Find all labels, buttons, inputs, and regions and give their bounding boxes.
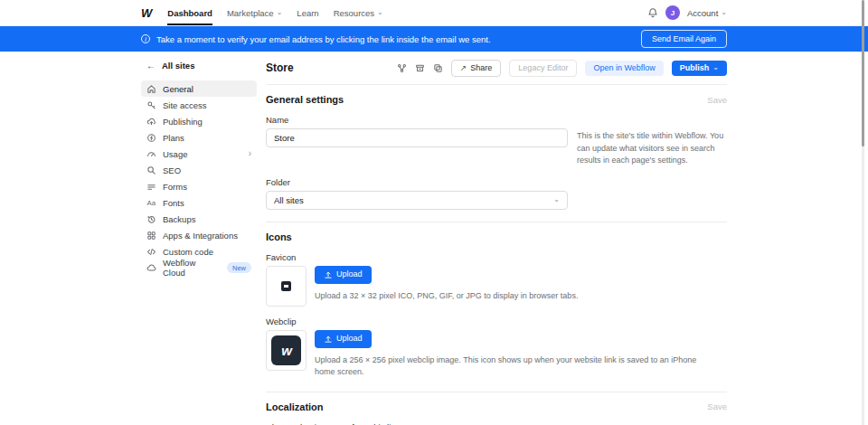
sidebar-item-fonts[interactable]: Aa Fonts <box>141 194 257 211</box>
nav-dashboard-label: Dashboard <box>167 8 212 18</box>
code-icon <box>146 247 156 257</box>
sidebar-item-label: Usage <box>163 149 187 159</box>
nav-resources-label: Resources <box>334 8 374 18</box>
general-save-button[interactable]: Save <box>707 95 727 105</box>
info-icon: i <box>141 34 150 43</box>
sidebar-item-label: Publishing <box>163 117 203 127</box>
notifications-bell-icon[interactable] <box>647 7 658 18</box>
webclip-label: Webclip <box>266 316 727 326</box>
forms-icon <box>146 182 156 192</box>
chevron-down-icon: ⌄ <box>377 9 383 16</box>
favicon-label: Favicon <box>266 252 727 262</box>
sidebar-item-label: Fonts <box>163 198 184 208</box>
page-title: Store <box>266 61 294 74</box>
favicon-help-text: Upload a 32 × 32 pixel ICO, PNG, GIF, or… <box>315 290 578 303</box>
sidebar-item-label: Webflow Cloud <box>163 258 216 278</box>
name-field-label: Name <box>266 115 727 125</box>
sidebar-item-general[interactable]: General <box>141 80 257 97</box>
cloud-icon <box>146 263 156 273</box>
upload-label: Upload <box>336 335 363 343</box>
webclip-help-text: Upload a 256 × 256 pixel webclip image. … <box>315 354 712 379</box>
back-label: All sites <box>162 61 194 71</box>
sidebar-item-publishing[interactable]: Publishing <box>141 113 257 129</box>
favicon-image <box>281 281 291 291</box>
folder-selected-value: All sites <box>274 195 304 205</box>
apps-grid-icon <box>146 231 156 241</box>
sidebar-item-webflow-cloud[interactable]: Webflow Cloud New <box>141 260 257 276</box>
email-verification-banner: i Take a moment to verify your email add… <box>0 26 868 52</box>
nav-learn-label: Learn <box>297 8 318 18</box>
sidebar-item-label: Apps & Integrations <box>163 231 238 241</box>
chevron-down-icon: ⌄ <box>712 64 719 71</box>
localization-save-button[interactable]: Save <box>707 401 727 411</box>
back-arrow-icon: ← <box>146 61 156 71</box>
share-arrow-icon: ↗ <box>460 64 467 72</box>
account-menu[interactable]: Account ⌄ <box>687 8 727 18</box>
chevron-down-icon: ⌄ <box>553 196 560 203</box>
account-label: Account <box>687 8 718 18</box>
share-button[interactable]: ↗ Share <box>451 60 502 77</box>
settings-sidebar: ← All sites General Site access Publishi… <box>141 58 257 425</box>
share-label: Share <box>470 64 492 72</box>
open-in-webflow-button[interactable]: Open in Webflow <box>585 61 663 76</box>
primary-nav: Dashboard Marketplace ⌄ Learn Resources … <box>167 0 383 25</box>
search-icon <box>146 165 156 175</box>
name-help-text: This is the site's title within Webflow.… <box>577 128 727 167</box>
banner-message: Take a moment to verify your email addre… <box>156 34 491 44</box>
gauge-icon <box>146 149 156 159</box>
general-settings-title: General settings <box>266 94 344 105</box>
webclip-image: w <box>271 335 301 365</box>
folder-field-label: Folder <box>266 177 727 187</box>
new-badge: New <box>227 262 251 273</box>
sidebar-item-label: Custom code <box>163 247 213 257</box>
favicon-preview <box>266 266 307 307</box>
upload-label: Upload <box>336 270 363 279</box>
top-bar: W Dashboard Marketplace ⌄ Learn Resource… <box>0 0 868 26</box>
localization-title: Localization <box>266 401 324 412</box>
site-name-input[interactable] <box>266 128 568 147</box>
nav-marketplace[interactable]: Marketplace ⌄ <box>227 0 282 25</box>
plans-icon <box>146 133 156 143</box>
timezone-label: Choose the time zone from this list <box>266 422 727 425</box>
sidebar-item-plans[interactable]: Plans <box>141 129 257 146</box>
sidebar-item-label: Plans <box>163 133 184 143</box>
icons-section-title: Icons <box>266 231 292 242</box>
chevron-right-icon: › <box>249 149 251 158</box>
upload-icon <box>324 335 333 344</box>
send-email-again-button[interactable]: Send Email Again <box>641 30 727 48</box>
legacy-editor-button[interactable]: Legacy Editor <box>509 60 577 77</box>
nav-dashboard[interactable]: Dashboard <box>167 0 212 25</box>
svg-text:Aa: Aa <box>146 199 156 207</box>
transfer-site-icon[interactable] <box>397 63 407 73</box>
sidebar-item-usage[interactable]: Usage › <box>141 146 257 162</box>
folder-select[interactable]: All sites ⌄ <box>266 191 568 210</box>
sidebar-item-apps-integrations[interactable]: Apps & Integrations <box>141 227 257 243</box>
sidebar-item-label: Backups <box>163 214 195 224</box>
webclip-upload-button[interactable]: Upload <box>315 330 372 348</box>
favicon-upload-button[interactable]: Upload <box>315 266 372 284</box>
archive-icon[interactable] <box>415 63 425 73</box>
publish-label: Publish <box>680 64 710 72</box>
back-to-all-sites[interactable]: ← All sites <box>141 58 257 80</box>
sidebar-item-label: Forms <box>163 182 187 192</box>
scrollbar-thumb[interactable] <box>862 0 864 146</box>
webflow-logo-icon[interactable]: W <box>141 6 151 20</box>
cloud-upload-icon <box>146 117 156 127</box>
publish-button[interactable]: Publish ⌄ <box>672 61 727 76</box>
duplicate-icon[interactable] <box>433 63 443 73</box>
sidebar-item-label: SEO <box>163 165 181 175</box>
nav-learn[interactable]: Learn <box>297 0 318 25</box>
fonts-icon: Aa <box>146 198 156 208</box>
home-icon <box>146 84 156 94</box>
key-icon <box>146 100 156 110</box>
sidebar-item-seo[interactable]: SEO <box>141 162 257 178</box>
sidebar-item-label: General <box>163 84 193 94</box>
sidebar-item-label: Site access <box>163 100 207 110</box>
sidebar-item-backups[interactable]: Backups <box>141 211 257 227</box>
sidebar-item-forms[interactable]: Forms <box>141 178 257 194</box>
user-avatar[interactable]: J <box>665 5 680 20</box>
nav-resources[interactable]: Resources ⌄ <box>334 0 383 25</box>
upload-icon <box>324 270 333 279</box>
main-panel: Store ↗ Share Legacy Editor Open in Webf… <box>266 58 727 425</box>
sidebar-item-site-access[interactable]: Site access <box>141 97 257 113</box>
